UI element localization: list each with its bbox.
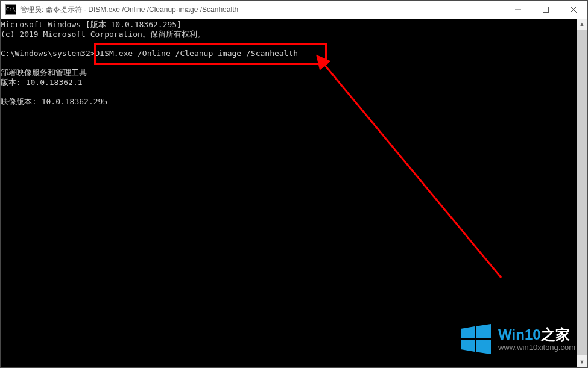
watermark-text: Win10之家 www.win10xitong.com [498, 328, 575, 351]
close-button[interactable] [560, 1, 587, 19]
watermark-title: Win10之家 [498, 328, 575, 342]
command-text: DISM.exe /Online /Cleanup-image /Scanhea… [95, 49, 299, 58]
window-title: 管理员: 命令提示符 - DISM.exe /Online /Cleanup-i… [20, 5, 238, 15]
scroll-down-button[interactable]: ▼ [577, 357, 587, 367]
svg-marker-8 [476, 340, 491, 354]
watermark: Win10之家 www.win10xitong.com [460, 323, 575, 355]
dism-tool-line: 部署映像服务和管理工具 [1, 68, 87, 77]
windows-logo-icon [460, 323, 492, 355]
minimize-icon [515, 7, 521, 13]
terminal-output[interactable]: Microsoft Windows [版本 10.0.18362.295] (c… [1, 19, 577, 367]
scroll-up-button[interactable]: ▲ [577, 19, 587, 30]
minimize-button[interactable] [504, 1, 532, 19]
cmd-icon: C:\ [5, 4, 16, 15]
window-controls [504, 1, 587, 19]
brand-accent: Win10 [498, 328, 540, 342]
vertical-scrollbar[interactable]: ▲ ▼ [577, 19, 587, 367]
copyright-line: (c) 2019 Microsoft Corporation。保留所有权利。 [1, 30, 205, 39]
dism-version-line: 版本: 10.0.18362.1 [1, 78, 83, 87]
svg-marker-7 [461, 340, 475, 352]
prompt-text: C:\Windows\system32> [1, 49, 95, 58]
svg-marker-5 [461, 326, 475, 338]
titlebar[interactable]: C:\ 管理员: 命令提示符 - DISM.exe /Online /Clean… [1, 1, 587, 19]
svg-marker-6 [476, 324, 491, 338]
maximize-icon [543, 7, 549, 13]
watermark-url: www.win10xitong.com [498, 343, 575, 351]
image-version-line: 映像版本: 10.0.18362.295 [1, 97, 107, 106]
version-line: Microsoft Windows [版本 10.0.18362.295] [1, 20, 182, 29]
brand-suffix: 之家 [541, 328, 570, 342]
command-prompt-window: C:\ 管理员: 命令提示符 - DISM.exe /Online /Clean… [0, 0, 588, 368]
scroll-thumb[interactable] [577, 30, 587, 355]
maximize-button[interactable] [532, 1, 560, 19]
svg-rect-1 [543, 7, 549, 13]
close-icon [571, 7, 577, 13]
title-left: C:\ 管理员: 命令提示符 - DISM.exe /Online /Clean… [1, 4, 238, 15]
